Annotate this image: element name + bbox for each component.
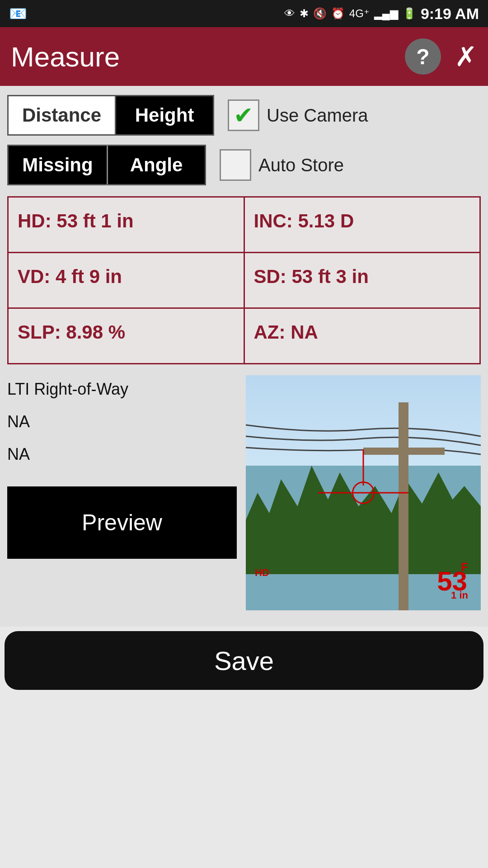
info-line-2: NA [7, 412, 237, 431]
battery-icon: 🔋 [403, 7, 416, 20]
measurements-grid: HD: 53 ft 1 in INC: 5.13 D VD: 4 ft 9 in… [7, 196, 481, 364]
bluetooth-icon[interactable]: ✗ [455, 41, 477, 72]
use-camera-area: ✔ Use Camera [228, 99, 368, 131]
angle-tab[interactable]: Angle [107, 145, 206, 185]
hd-value: HD: 53 ft 1 in [18, 210, 134, 232]
tab-row-2: Missing Angle Auto Store [7, 145, 481, 185]
measurement-row-3: SLP: 8.98 % AZ: NA [9, 309, 479, 363]
auto-store-label: Auto Store [258, 155, 344, 175]
crosshair-circle [352, 481, 375, 504]
app-title: Measure [11, 41, 120, 73]
vd-cell: VD: 4 ft 9 in [9, 253, 245, 307]
crossarm [363, 448, 445, 455]
info-line-1: LTI Right-of-Way [7, 380, 237, 399]
slp-cell: SLP: 8.98 % [9, 309, 245, 363]
camera-hd-label: HD [255, 567, 269, 579]
vd-value: VD: 4 ft 9 in [18, 266, 122, 288]
power-pole [399, 402, 408, 610]
camera-ft-label: F [461, 560, 468, 574]
auto-store-checkbox[interactable] [220, 149, 251, 181]
app-bar: Measure ? ✗ [0, 27, 488, 86]
distance-tab[interactable]: Distance [7, 95, 115, 136]
use-camera-label: Use Camera [267, 105, 368, 126]
inc-cell: INC: 5.13 D [245, 198, 480, 252]
measurement-row-1: HD: 53 ft 1 in INC: 5.13 D [9, 198, 479, 253]
app-icon: 📧 [9, 5, 27, 22]
camera-view: HD 53 F 1 in [246, 375, 481, 610]
missing-tab[interactable]: Missing [7, 145, 107, 185]
alarm-icon: ⏰ [331, 7, 345, 20]
eye-icon: 👁 [284, 7, 295, 20]
info-section: LTI Right-of-Way NA NA Preview [7, 375, 481, 610]
checkmark-icon: ✔ [234, 104, 253, 127]
height-tab[interactable]: Height [115, 95, 214, 136]
info-line-3: NA [7, 445, 237, 464]
auto-store-area: Auto Store [220, 149, 344, 181]
measurement-row-2: VD: 4 ft 9 in SD: 53 ft 3 in [9, 253, 479, 309]
crosshair-top [363, 449, 364, 486]
preview-button[interactable]: Preview [7, 486, 237, 559]
mute-icon: 🔇 [313, 7, 327, 20]
hd-cell: HD: 53 ft 1 in [9, 198, 245, 252]
az-cell: AZ: NA [245, 309, 480, 363]
save-button[interactable]: Save [5, 631, 483, 690]
status-icons: 👁 ✱ 🔇 ⏰ 4G⁺ ▂▄▆ 🔋 9:19 AM [284, 5, 479, 23]
app-bar-icons: ? ✗ [405, 38, 477, 75]
bluetooth-status-icon: ✱ [300, 7, 309, 20]
use-camera-checkbox[interactable]: ✔ [228, 99, 259, 131]
help-icon[interactable]: ? [405, 38, 441, 75]
az-value: AZ: NA [254, 321, 318, 343]
clock: 9:19 AM [421, 5, 479, 23]
sd-cell: SD: 53 ft 3 in [245, 253, 480, 307]
network-icon: 4G⁺ [349, 7, 370, 20]
status-left: 📧 [9, 5, 27, 22]
camera-in-label: 1 in [451, 590, 468, 601]
content-area: Distance Height ✔ Use Camera Missing Ang… [0, 86, 488, 627]
sd-value: SD: 53 ft 3 in [254, 266, 369, 288]
status-bar: 📧 👁 ✱ 🔇 ⏰ 4G⁺ ▂▄▆ 🔋 9:19 AM [0, 0, 488, 27]
signal-icon: ▂▄▆ [374, 7, 398, 20]
tab-row-1: Distance Height ✔ Use Camera [7, 95, 481, 136]
inc-value: INC: 5.13 D [254, 210, 354, 232]
info-left: LTI Right-of-Way NA NA Preview [7, 375, 237, 610]
slp-value: SLP: 8.98 % [18, 321, 125, 343]
